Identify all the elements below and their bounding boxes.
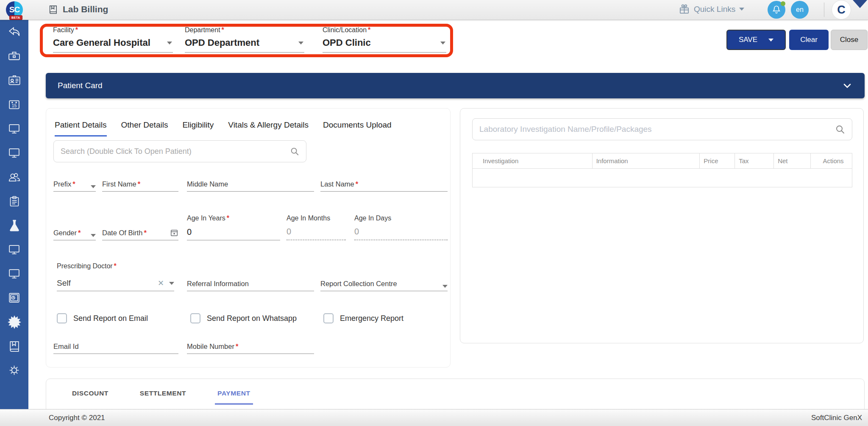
chevron-down-icon[interactable] (842, 80, 853, 91)
age-in-years-field[interactable]: 0 (187, 225, 280, 240)
sidebar-item-monitor-2[interactable] (0, 141, 28, 165)
report-collection-centre-select[interactable]: Report Collection Centre (320, 276, 448, 291)
calendar-icon[interactable] (170, 228, 178, 237)
gender-select[interactable]: Gender* (53, 225, 96, 240)
logo-text: SC (9, 5, 19, 14)
col-information: Information (592, 153, 700, 169)
clipboard-icon (8, 195, 21, 208)
close-button[interactable]: Close (831, 30, 868, 50)
investigation-table: Investigation Information Price Tax Net … (472, 153, 852, 187)
send-report-whatsapp-label: Send Report on Whatsapp (207, 314, 297, 323)
sidebar-item-briefcase[interactable] (0, 44, 28, 68)
department-label: Department* (185, 26, 304, 34)
emergency-report-label: Emergency Report (340, 314, 403, 323)
sidebar-item-settings[interactable] (0, 358, 28, 382)
sidebar-item-calendar[interactable]: 15 (0, 92, 28, 117)
col-investigation: Investigation (473, 153, 593, 169)
referral-information-field[interactable]: Referral Information (187, 276, 314, 291)
middle-name-label: Middle Name (187, 180, 228, 188)
prescribing-doctor-value: Self (57, 278, 71, 288)
patient-card-header[interactable]: Patient Card (46, 73, 865, 98)
notifications-button[interactable] (768, 1, 785, 19)
prescribing-doctor-select[interactable]: Self ✕ (57, 276, 174, 291)
sidebar-item-users[interactable] (0, 165, 28, 189)
mobile-number-field[interactable]: Mobile Number* (187, 339, 314, 354)
calendar-icon: 15 (7, 97, 21, 111)
email-id-label: Email Id (53, 342, 79, 351)
age-in-days-field[interactable]: 0 (354, 225, 448, 240)
tab-discount[interactable]: DISCOUNT (70, 390, 111, 405)
sidebar-item-patient-id[interactable] (0, 68, 28, 92)
tab-patient-details[interactable]: Patient Details (55, 120, 107, 136)
sidebar-item-book[interactable] (0, 334, 28, 358)
sidebar-item-back[interactable] (0, 20, 28, 44)
prefix-select[interactable]: Prefix* (53, 176, 96, 192)
age-in-months-label: Age In Months (287, 214, 330, 222)
profile-avatar[interactable]: C (832, 0, 851, 19)
corner-menu-toggle[interactable] (853, 0, 867, 8)
department-value: OPD Department (185, 37, 259, 48)
quick-links-label: Quick Links (694, 5, 735, 14)
age-in-months-field[interactable]: 0 (287, 225, 346, 240)
book-icon (47, 4, 58, 15)
tab-documents-upload[interactable]: Documents Upload (323, 120, 392, 136)
middle-name-field[interactable]: Middle Name (187, 176, 314, 192)
last-name-field[interactable]: Last Name* (320, 176, 448, 192)
language-badge: en (796, 6, 804, 14)
lab-billing-page: SC BETA Lab Billing Quick Links en (0, 0, 868, 426)
checkbox-icon[interactable] (323, 313, 334, 323)
date-of-birth-field[interactable]: Date Of Birth* (102, 225, 178, 240)
col-actions: Actions (811, 153, 852, 169)
sidebar-item-clipboard[interactable] (0, 189, 28, 213)
tab-other-details[interactable]: Other Details (121, 120, 168, 136)
search-icon[interactable] (835, 124, 845, 134)
patient-search-input[interactable] (61, 147, 290, 156)
save-button[interactable]: SAVE (726, 30, 786, 50)
age-in-months-value: 0 (287, 227, 291, 237)
tab-settlement[interactable]: SETTLEMENT (137, 390, 189, 405)
checkbox-icon[interactable] (190, 313, 200, 323)
sidebar-item-safe[interactable] (0, 286, 28, 310)
bell-icon (771, 5, 782, 15)
clinic-location-select[interactable]: Clinic/Location* OPD Clinic (323, 26, 446, 53)
send-report-whatsapp-checkbox[interactable]: Send Report on Whatsapp (190, 313, 297, 323)
tab-eligibility[interactable]: Eligibility (182, 120, 214, 136)
clear-button-label: Clear (800, 36, 818, 44)
clear-button[interactable]: Clear (789, 30, 829, 50)
checkbox-icon[interactable] (57, 313, 67, 323)
department-select[interactable]: Department* OPD Department (185, 26, 304, 53)
tab-vitals-allergy[interactable]: Vitals & Allergy Details (228, 120, 309, 136)
chevron-down-icon (91, 234, 96, 237)
chevron-down-icon (91, 185, 96, 188)
emergency-report-checkbox[interactable]: Emergency Report (323, 313, 403, 323)
sidebar-item-lab-active[interactable] (0, 213, 28, 237)
language-button[interactable]: en (791, 1, 809, 19)
first-name-field[interactable]: First Name* (102, 176, 178, 192)
book-icon (7, 339, 21, 353)
search-icon[interactable] (290, 147, 299, 156)
facility-select[interactable]: Facility* Care General Hospital (53, 26, 173, 53)
sidebar-item-starburst[interactable] (0, 310, 28, 334)
send-report-email-checkbox[interactable]: Send Report on Email (57, 313, 148, 323)
age-in-days-label: Age In Days (354, 214, 391, 222)
clear-selection-icon[interactable]: ✕ (158, 278, 164, 288)
top-bar: SC BETA Lab Billing Quick Links en (0, 0, 868, 20)
sidebar-item-monitor-1[interactable] (0, 117, 28, 141)
starburst-icon (7, 315, 22, 329)
tab-payment[interactable]: PAYMENT (215, 390, 253, 405)
chevron-down-icon[interactable] (768, 39, 773, 42)
quick-links-menu[interactable]: Quick Links (679, 3, 744, 15)
page-title: Lab Billing (47, 4, 108, 15)
sidebar-item-monitor-3[interactable] (0, 237, 28, 262)
gender-label: Gender* (53, 229, 81, 237)
sidebar-nav: 15 (0, 20, 28, 426)
sidebar-item-monitor-4[interactable] (0, 262, 28, 286)
monitor-icon (7, 122, 21, 136)
email-id-field[interactable]: Email Id (53, 339, 178, 354)
online-status-dot (781, 1, 785, 6)
gift-icon (679, 3, 690, 15)
undo-icon (7, 25, 22, 39)
chevron-down-icon (440, 42, 445, 45)
investigation-search-input[interactable] (479, 125, 835, 134)
chevron-down-icon (442, 285, 448, 288)
